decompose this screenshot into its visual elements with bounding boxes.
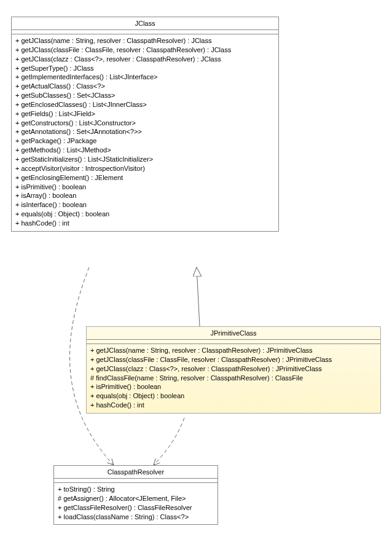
class-operations: + getJClass(name : String, resolver : Cl… bbox=[87, 344, 380, 413]
class-title: ClasspathResolver bbox=[54, 466, 218, 479]
operation: + toString() : String bbox=[58, 485, 214, 494]
operation: # findClassFile(name : String, resolver … bbox=[90, 374, 377, 383]
operation: + getJClass(clazz : Class<?>, resolver :… bbox=[90, 364, 377, 374]
dependency-jprimitive-to-classpathresolver bbox=[154, 418, 184, 465]
operation: + getPackage() : JPackage bbox=[15, 136, 275, 146]
class-title: JPrimitiveClass bbox=[87, 327, 380, 340]
operation: + getJClass(classFile : ClassFile, resol… bbox=[15, 45, 275, 55]
operation: + getEnclosedClasses() : List<JInnerClas… bbox=[15, 100, 275, 109]
operation: + getJClass(clazz : Class<?>, resolver :… bbox=[15, 55, 275, 64]
class-operations: + toString() : String # getAssigner() : … bbox=[54, 483, 218, 524]
operation: # getAssigner() : Allocator<JElement, Fi… bbox=[58, 494, 214, 503]
generalization-jprimitive-to-jclass bbox=[197, 267, 200, 326]
class-jclass: JClass + getJClass(name : String, resolv… bbox=[11, 17, 279, 232]
operation: + getJClass(name : String, resolver : Cl… bbox=[15, 36, 275, 45]
operation: + getAnnotations() : Set<JAnnotation<?>> bbox=[15, 127, 275, 136]
operation: + isInterface() : boolean bbox=[15, 200, 275, 210]
operation: + getMethods() : List<JMethod> bbox=[15, 146, 275, 155]
class-title: JClass bbox=[12, 17, 278, 30]
class-attributes-empty bbox=[12, 30, 278, 34]
operation: + getJClass(classFile : ClassFile, resol… bbox=[90, 355, 377, 364]
class-operations: + getJClass(name : String, resolver : Cl… bbox=[12, 34, 278, 231]
operation: + getSubClasses() : Set<JClass> bbox=[15, 91, 275, 100]
operation: + isArray() : boolean bbox=[15, 191, 275, 200]
operation: + getJClass(name : String, resolver : Cl… bbox=[90, 346, 377, 355]
operation: + getConstructors() : List<JConstructor> bbox=[15, 119, 275, 128]
operation: + getEnclosingElement() : JElement bbox=[15, 173, 275, 183]
class-jprimitiveclass: JPrimitiveClass + getJClass(name : Strin… bbox=[86, 326, 381, 414]
class-attributes-empty bbox=[54, 479, 218, 483]
operation: + getClassFileResolver() : ClassFileReso… bbox=[58, 503, 214, 512]
operation: + getImplementedInterfaces() : List<JInt… bbox=[15, 73, 275, 82]
operation: + isPrimitive() : boolean bbox=[15, 183, 275, 192]
operation: + equals(obj : Object) : boolean bbox=[90, 391, 377, 401]
operation: + hashCode() : int bbox=[90, 401, 377, 410]
operation: + hashCode() : int bbox=[15, 219, 275, 228]
class-attributes-empty bbox=[87, 340, 380, 344]
uml-diagram: JClass + getJClass(name : String, resolv… bbox=[0, 0, 392, 534]
class-classpathresolver: ClasspathResolver + toString() : String … bbox=[53, 465, 218, 525]
operation: + getStaticInitializers() : List<JStatic… bbox=[15, 155, 275, 164]
operation: + acceptVisitor(visitor : IntrospectionV… bbox=[15, 164, 275, 173]
operation: + getSuperType() : JClass bbox=[15, 64, 275, 73]
operation: + getFields() : List<JField> bbox=[15, 109, 275, 119]
operation: + isPrimitive() : boolean bbox=[90, 382, 377, 391]
operation: + loadClass(className : String) : Class<… bbox=[58, 512, 214, 522]
operation: + getActualClass() : Class<?> bbox=[15, 82, 275, 91]
operation: + equals(obj : Object) : boolean bbox=[15, 210, 275, 219]
